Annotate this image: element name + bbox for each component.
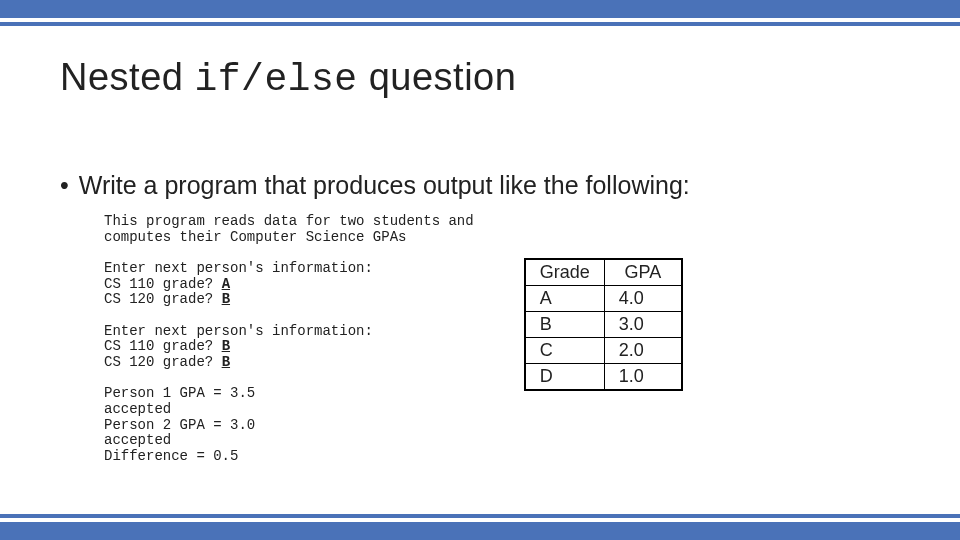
out-line: Person 2 GPA = 3.0	[104, 417, 255, 433]
out-prompt: CS 110 grade?	[104, 276, 222, 292]
bullet-dot: •	[60, 171, 69, 200]
bottom-accent-rule	[0, 514, 960, 518]
out-line: accepted	[104, 432, 171, 448]
table-row: C 2.0	[525, 338, 683, 364]
table-cell-grade: B	[525, 312, 605, 338]
out-line: computes their Computer Science GPAs	[104, 229, 406, 245]
table-row: A 4.0	[525, 286, 683, 312]
slide-content: Nested if/else question • Write a progra…	[0, 26, 960, 465]
out-line: accepted	[104, 401, 171, 417]
title-post: question	[358, 56, 517, 98]
table-cell-gpa: 4.0	[604, 286, 682, 312]
table-cell-gpa: 3.0	[604, 312, 682, 338]
table-header-gpa: GPA	[604, 259, 682, 286]
bottom-accent-bar	[0, 522, 960, 540]
table-header-grade: Grade	[525, 259, 605, 286]
table-header-row: Grade GPA	[525, 259, 683, 286]
bullet-text: Write a program that produces output lik…	[79, 171, 690, 200]
table-row: D 1.0	[525, 364, 683, 391]
table-cell-grade: D	[525, 364, 605, 391]
sample-area: This program reads data for two students…	[60, 214, 900, 465]
user-input: B	[222, 354, 230, 370]
slide-title: Nested if/else question	[60, 56, 900, 101]
out-line: Enter next person's information:	[104, 260, 373, 276]
out-line: Enter next person's information:	[104, 323, 373, 339]
user-input: B	[222, 291, 230, 307]
out-prompt: CS 120 grade?	[104, 354, 222, 370]
program-output: This program reads data for two students…	[104, 214, 474, 465]
out-line: Difference = 0.5	[104, 448, 238, 464]
out-prompt: CS 120 grade?	[104, 291, 222, 307]
gpa-table: Grade GPA A 4.0 B 3.0 C 2.0 D 1.0	[524, 258, 684, 391]
table-row: B 3.0	[525, 312, 683, 338]
title-pre: Nested	[60, 56, 194, 98]
table-cell-grade: A	[525, 286, 605, 312]
bullet-line: • Write a program that produces output l…	[60, 171, 900, 200]
title-code: if/else	[194, 58, 357, 101]
user-input: B	[222, 338, 230, 354]
out-line: This program reads data for two students…	[104, 213, 474, 229]
table-cell-grade: C	[525, 338, 605, 364]
out-line: Person 1 GPA = 3.5	[104, 385, 255, 401]
table-cell-gpa: 2.0	[604, 338, 682, 364]
top-accent-bar	[0, 0, 960, 18]
user-input: A	[222, 276, 230, 292]
out-prompt: CS 110 grade?	[104, 338, 222, 354]
table-cell-gpa: 1.0	[604, 364, 682, 391]
